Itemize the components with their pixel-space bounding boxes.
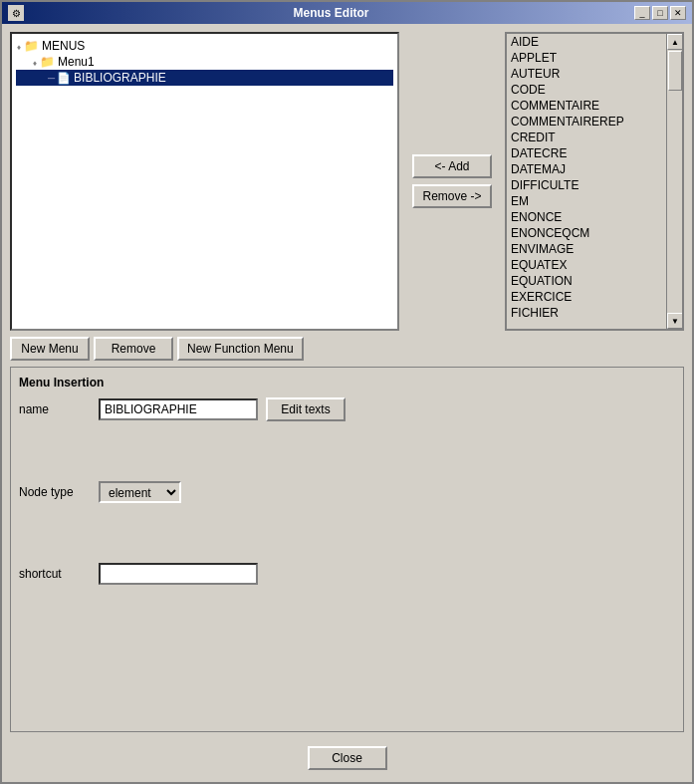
doc-icon: 📄: [57, 72, 71, 85]
shortcut-input[interactable]: [99, 563, 258, 585]
list-item[interactable]: EM: [507, 193, 666, 209]
shortcut-label: shortcut: [19, 567, 99, 581]
list-item[interactable]: DATECRE: [507, 145, 666, 161]
scrollbar[interactable]: ▲ ▼: [666, 34, 682, 329]
name-input[interactable]: [99, 398, 258, 420]
remove-right-button[interactable]: Remove ->: [412, 184, 492, 208]
list-item[interactable]: EQUATEX: [507, 257, 666, 273]
list-items-inner: AIDEAPPLETAUTEURCODECOMMENTAIRECOMMENTAI…: [507, 34, 666, 329]
window-title: Menus Editor: [28, 6, 634, 20]
tree-connector-3: ─: [48, 73, 55, 84]
scroll-thumb[interactable]: [668, 51, 682, 91]
list-item[interactable]: COMMENTAIREREP: [507, 114, 666, 130]
title-bar: ⚙ Menus Editor _ □ ✕: [2, 2, 692, 24]
tree-connector-2: ⬧: [32, 57, 38, 68]
content-area: ⬧ 📁 MENUS ⬧ 📁 Menu1 ─ 📄 BIBLIOGRAPHIE: [2, 24, 692, 782]
tree-root-node[interactable]: ⬧ 📁 MENUS: [16, 38, 393, 54]
list-item[interactable]: ENONCEQCM: [507, 225, 666, 241]
folder-icon-2: 📁: [40, 55, 55, 69]
top-section: ⬧ 📁 MENUS ⬧ 📁 Menu1 ─ 📄 BIBLIOGRAPHIE: [10, 32, 684, 331]
section-title: Menu Insertion: [19, 376, 675, 390]
tree-biblio-node[interactable]: ─ 📄 BIBLIOGRAPHIE: [16, 70, 393, 86]
scroll-down-button[interactable]: ▼: [667, 313, 683, 329]
tree-connector: ⬧: [16, 41, 22, 52]
tree-biblio-label: BIBLIOGRAPHIE: [74, 71, 166, 85]
scroll-up-button[interactable]: ▲: [667, 34, 683, 50]
tree-root-label: MENUS: [42, 39, 85, 53]
list-item[interactable]: DIFFICULTE: [507, 177, 666, 193]
list-item[interactable]: APPLET: [507, 50, 666, 66]
scroll-track[interactable]: [667, 50, 682, 313]
node-type-select[interactable]: element menu separator: [99, 481, 181, 503]
name-row: name Edit texts: [19, 397, 675, 421]
list-item[interactable]: DATEMAJ: [507, 161, 666, 177]
window-controls: _ □ ✕: [634, 6, 686, 20]
footer-area: Close: [10, 738, 684, 774]
node-type-label: Node type: [19, 485, 99, 499]
main-window: ⚙ Menus Editor _ □ ✕ ⬧ 📁 MENUS ⬧ 📁: [0, 0, 694, 784]
close-button[interactable]: ✕: [670, 6, 686, 20]
list-item[interactable]: COMMENTAIRE: [507, 98, 666, 114]
node-type-row: Node type element menu separator: [19, 481, 675, 503]
bottom-buttons-row: New Menu Remove New Function Menu: [10, 337, 684, 361]
list-item[interactable]: EXERCICE: [507, 289, 666, 305]
mid-buttons: <- Add Remove ->: [407, 32, 497, 331]
list-panel-wrapper: AIDEAPPLETAUTEURCODECOMMENTAIRECOMMENTAI…: [505, 32, 684, 331]
tree-menu1-node[interactable]: ⬧ 📁 Menu1: [16, 54, 393, 70]
shortcut-row: shortcut: [19, 563, 675, 585]
list-item[interactable]: AUTEUR: [507, 66, 666, 82]
tree-panel[interactable]: ⬧ 📁 MENUS ⬧ 📁 Menu1 ─ 📄 BIBLIOGRAPHIE: [10, 32, 399, 331]
maximize-button[interactable]: □: [652, 6, 668, 20]
list-item[interactable]: EQUATION: [507, 273, 666, 289]
folder-icon: 📁: [24, 39, 39, 53]
edit-texts-button[interactable]: Edit texts: [266, 397, 346, 421]
list-item[interactable]: CREDIT: [507, 130, 666, 145]
close-button-bottom[interactable]: Close: [308, 746, 387, 770]
list-item[interactable]: AIDE: [507, 34, 666, 50]
add-button[interactable]: <- Add: [412, 154, 492, 178]
app-icon: ⚙: [8, 5, 24, 21]
list-item[interactable]: ENONCE: [507, 209, 666, 225]
new-function-menu-button[interactable]: New Function Menu: [177, 337, 304, 361]
list-scroll-container: AIDEAPPLETAUTEURCODECOMMENTAIRECOMMENTAI…: [505, 32, 684, 331]
name-label: name: [19, 402, 99, 416]
minimize-button[interactable]: _: [634, 6, 650, 20]
new-menu-button[interactable]: New Menu: [10, 337, 90, 361]
remove-bottom-button[interactable]: Remove: [94, 337, 173, 361]
list-item[interactable]: FICHIER: [507, 305, 666, 321]
tree-menu1-label: Menu1: [58, 55, 95, 69]
list-item[interactable]: ENVIMAGE: [507, 241, 666, 257]
menu-insertion-panel: Menu Insertion name Edit texts Node type…: [10, 367, 684, 732]
list-item[interactable]: CODE: [507, 82, 666, 98]
